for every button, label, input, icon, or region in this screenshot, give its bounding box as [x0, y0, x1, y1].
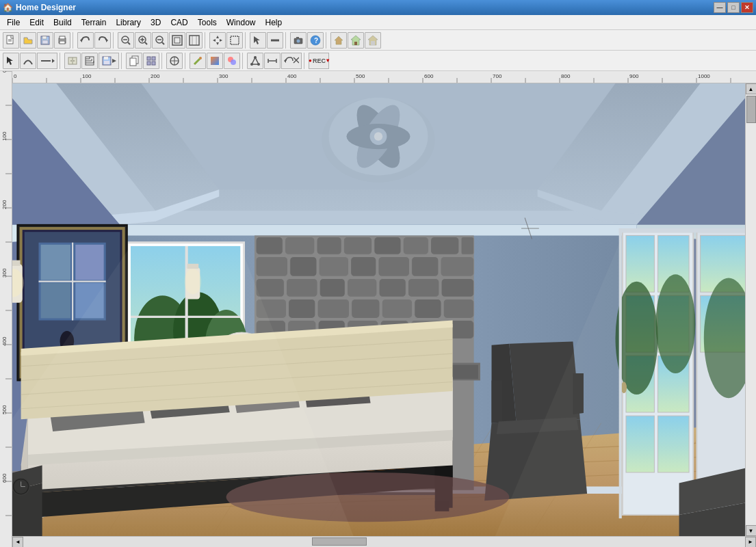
select-tool-button[interactable]	[3, 53, 19, 69]
fit-view-button[interactable]	[169, 32, 185, 49]
new-button[interactable]	[3, 32, 19, 49]
svg-rect-30	[231, 36, 239, 44]
svg-point-77	[254, 56, 257, 59]
horizontal-scroll-track[interactable]	[23, 537, 745, 548]
copy-button[interactable]	[126, 53, 142, 69]
paintbrush-button[interactable]	[190, 53, 206, 69]
menu-edit[interactable]: Edit	[25, 16, 48, 29]
zoom-in-button[interactable]	[135, 32, 151, 49]
print-button[interactable]	[54, 32, 70, 49]
undo-button[interactable]	[77, 32, 94, 49]
material-button[interactable]	[224, 53, 240, 69]
wall-button[interactable]	[267, 32, 283, 49]
svg-rect-64	[152, 57, 155, 60]
top-ruler	[12, 71, 756, 83]
arrow-button[interactable]	[250, 32, 266, 49]
menu-cad[interactable]: CAD	[166, 16, 192, 29]
save-tool-button[interactable]	[99, 53, 119, 69]
svg-rect-207	[75, 245, 103, 280]
svg-rect-21	[172, 36, 182, 45]
svg-rect-208	[41, 283, 70, 319]
title-bar-controls: — □ ✕	[714, 2, 753, 13]
svg-marker-10	[106, 38, 108, 42]
maximize-button[interactable]: □	[727, 2, 740, 13]
svg-rect-22	[174, 38, 180, 43]
cabinet-tool-button[interactable]	[64, 53, 81, 69]
svg-rect-131	[412, 256, 439, 276]
dimension-button[interactable]	[264, 53, 281, 69]
scroll-thumb-horizontal[interactable]	[312, 537, 367, 546]
menu-file[interactable]: File	[3, 16, 24, 29]
zoom-fit-button[interactable]	[186, 32, 203, 49]
house1-button[interactable]	[330, 32, 347, 49]
snap-button[interactable]	[166, 53, 183, 69]
svg-point-48	[70, 60, 72, 62]
scroll-left-arrow[interactable]: ◄	[12, 537, 23, 548]
menu-help[interactable]: Help	[261, 16, 286, 29]
scroll-thumb-vertical[interactable]	[746, 96, 756, 123]
svg-point-74	[231, 59, 236, 65]
sep-t2-2	[121, 53, 124, 69]
svg-rect-119	[285, 237, 314, 254]
menu-build[interactable]: Build	[49, 16, 76, 29]
help-button[interactable]: ?	[307, 32, 324, 49]
scroll-right-arrow[interactable]: ►	[745, 537, 756, 548]
svg-rect-125	[461, 237, 474, 254]
svg-rect-118	[256, 237, 283, 254]
menu-bar: File Edit Build Terrain Library 3D CAD T…	[0, 15, 756, 30]
svg-marker-31	[254, 36, 260, 44]
stairs-tool-button[interactable]	[81, 53, 98, 69]
scene-viewport[interactable]	[12, 83, 745, 536]
menu-terrain[interactable]: Terrain	[77, 16, 111, 29]
select-region-button[interactable]	[226, 32, 243, 49]
svg-point-49	[73, 60, 75, 62]
camera-button[interactable]	[290, 32, 307, 49]
svg-rect-124	[431, 237, 459, 254]
rotate-button[interactable]	[281, 53, 302, 69]
menu-tools[interactable]: Tools	[194, 16, 221, 29]
svg-rect-144	[382, 299, 412, 318]
svg-rect-199	[619, 228, 745, 232]
svg-rect-7	[60, 36, 65, 39]
transform-button[interactable]	[247, 53, 263, 69]
menu-window[interactable]: Window	[222, 16, 260, 29]
svg-rect-214	[12, 261, 21, 266]
arc-tool-button[interactable]	[20, 53, 36, 69]
svg-point-76	[257, 63, 260, 66]
menu-3d[interactable]: 3D	[146, 16, 165, 29]
menu-library[interactable]: Library	[112, 16, 145, 29]
group-button[interactable]	[143, 53, 159, 69]
svg-line-19	[162, 42, 164, 44]
svg-rect-206	[41, 245, 70, 280]
svg-rect-132	[441, 256, 474, 276]
pan-button[interactable]	[209, 32, 226, 49]
house2-button[interactable]	[348, 32, 364, 49]
sep5	[285, 32, 288, 49]
minimize-button[interactable]: —	[714, 2, 726, 13]
title-bar-left: 🏠 Home Designer	[3, 3, 76, 12]
horizontal-scrollbar: ◄ ►	[12, 536, 756, 547]
svg-rect-8	[60, 41, 65, 44]
svg-marker-43	[7, 57, 13, 65]
svg-rect-23	[190, 36, 199, 45]
svg-rect-58	[104, 57, 108, 59]
sep-t2-1	[60, 53, 62, 69]
scroll-up-arrow[interactable]: ▲	[746, 83, 757, 94]
save-button[interactable]	[37, 32, 53, 49]
zoom-control-button[interactable]	[118, 32, 134, 49]
svg-rect-142	[317, 299, 350, 318]
gradient-button[interactable]	[207, 53, 223, 69]
svg-line-12	[128, 42, 130, 44]
scroll-down-arrow[interactable]: ▼	[746, 525, 757, 536]
wall-tool-button[interactable]	[37, 53, 57, 69]
svg-point-71	[199, 57, 202, 59]
svg-rect-59	[104, 61, 109, 64]
vertical-scrollbar[interactable]: ▲ ▼	[745, 83, 756, 536]
close-button[interactable]: ✕	[741, 2, 753, 13]
house3-button[interactable]	[365, 32, 381, 49]
record-button[interactable]: ● REC ▾	[309, 53, 329, 69]
zoom-out-button[interactable]	[152, 32, 168, 49]
open-button[interactable]	[20, 32, 36, 49]
redo-button[interactable]	[94, 32, 111, 49]
svg-rect-40	[354, 42, 357, 45]
